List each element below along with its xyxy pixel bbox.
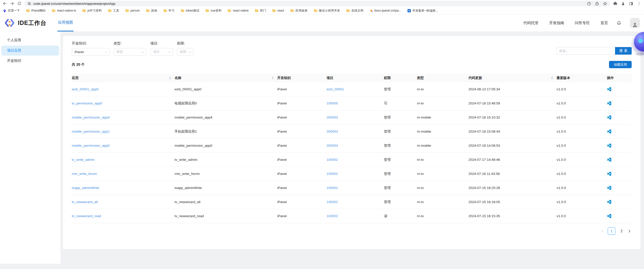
cell-link[interactable]: 100002 bbox=[326, 172, 338, 176]
bookmark-item[interactable]: 学习 bbox=[163, 9, 175, 13]
cell-link[interactable]: wzb_00001_app0 bbox=[72, 87, 99, 91]
cell-app: tv_newwizard_read bbox=[72, 209, 175, 223]
cell-link[interactable]: tv_permission_app0 bbox=[72, 101, 102, 105]
cell-link[interactable]: 300003 bbox=[326, 130, 338, 133]
bookmark-label: 开发集群--终端接... bbox=[412, 9, 438, 13]
column-header-updated[interactable]: 代码更新 bbox=[468, 74, 557, 82]
vscode-icon[interactable] bbox=[607, 200, 611, 204]
bookmark-item[interactable]: iPanel网站 bbox=[26, 9, 46, 13]
bookmark-item[interactable]: react-native bbox=[228, 9, 249, 12]
page-button-2[interactable]: 2 bbox=[619, 227, 624, 235]
nav-link-3[interactable]: 首页 bbox=[600, 21, 608, 25]
vscode-icon[interactable] bbox=[607, 143, 611, 148]
bookmark-item[interactable]: 应用改造 bbox=[290, 9, 308, 13]
cell-link[interactable]: wzb_00001 bbox=[326, 87, 344, 91]
filter-select-3[interactable]: 权限 bbox=[177, 48, 193, 56]
sidebar-item-0[interactable]: 个人应用 bbox=[1, 35, 59, 45]
sort-icon[interactable] bbox=[169, 76, 171, 80]
url-bar[interactable]: code.ipanel.cn/user/view/workbench/appvi… bbox=[24, 1, 610, 6]
nav-link-1[interactable]: 开发指南 bbox=[549, 21, 564, 25]
cell-link[interactable]: 100002 bbox=[326, 158, 338, 162]
vscode-icon[interactable] bbox=[607, 115, 611, 120]
back-icon[interactable] bbox=[2, 1, 7, 6]
bookmark-item[interactable]: person bbox=[125, 9, 140, 12]
vscode-icon[interactable] bbox=[607, 158, 611, 162]
vscode-icon[interactable] bbox=[607, 129, 611, 134]
cell-version: v1.0.0 bbox=[557, 110, 607, 125]
forward-icon[interactable] bbox=[10, 1, 15, 6]
bookmark-item[interactable]: 在线文档 bbox=[346, 9, 363, 13]
nav-link-0[interactable]: 代码托管 bbox=[523, 21, 538, 25]
avatar[interactable] bbox=[630, 18, 640, 28]
vscode-icon[interactable] bbox=[607, 87, 611, 91]
vscode-icon[interactable] bbox=[607, 172, 611, 176]
browser-menu-icon[interactable] bbox=[637, 2, 641, 6]
bookmark-item[interactable]: 部门 bbox=[255, 9, 266, 13]
bookmark-item[interactable]: 其他 bbox=[146, 9, 157, 13]
cell-project: 300003 bbox=[326, 110, 384, 125]
tab-app-view[interactable]: 应用视图 bbox=[57, 14, 74, 31]
bookmark-item[interactable]: 开发集群--终端接... bbox=[408, 9, 438, 13]
cell-text: v1.0.0 bbox=[557, 186, 566, 190]
filter-select-0[interactable]: iPanel bbox=[72, 48, 110, 56]
cell-link[interactable]: 300003 bbox=[326, 144, 338, 147]
cell-text: v1.0.0 bbox=[557, 200, 566, 204]
bookmark-item[interactable]: token测试 bbox=[181, 9, 199, 13]
vscode-icon[interactable] bbox=[607, 186, 611, 190]
refresh-icon[interactable] bbox=[17, 1, 22, 6]
cell-link[interactable]: mobile_permission_app4 bbox=[72, 116, 110, 119]
cell-link[interactable]: mobile_permission_app0 bbox=[72, 144, 110, 147]
cell-link[interactable]: tv_newwizard_all bbox=[72, 200, 98, 204]
cell-text: iPanel bbox=[277, 144, 287, 147]
bookmark-item[interactable]: boss.ipanel.cn/ipa... bbox=[370, 9, 401, 12]
nav-link-2[interactable]: 问答专区 bbox=[575, 21, 590, 25]
cell-org: iPanel bbox=[277, 96, 327, 110]
content-card: 开发组织:iPanel类型:类型项目:项目权限:权限 搜 索 共 20 个 创建… bbox=[63, 36, 640, 249]
cell-link[interactable]: 100002 bbox=[326, 214, 338, 218]
vscode-icon[interactable] bbox=[607, 214, 611, 218]
bookmark-star-icon[interactable] bbox=[603, 2, 607, 6]
app-logo[interactable]: IDE工作台 bbox=[5, 18, 46, 27]
search-input[interactable] bbox=[556, 47, 615, 55]
bookmark-item[interactable]: 微信小程序开发 bbox=[314, 9, 340, 13]
create-app-button[interactable]: 创建应用 bbox=[609, 61, 632, 68]
cell-link[interactable]: 300003 bbox=[326, 116, 338, 119]
cell-link[interactable]: tv_write_admin bbox=[72, 158, 95, 162]
flask-icon[interactable] bbox=[621, 2, 625, 6]
column-header-name[interactable]: 名称 bbox=[175, 74, 277, 82]
bell-icon[interactable] bbox=[617, 21, 621, 25]
column-label: 项目 bbox=[326, 76, 333, 80]
bookmark-item[interactable]: vue资料 bbox=[206, 9, 221, 13]
cell-link[interactable]: rntv_write_forzm bbox=[72, 172, 97, 176]
column-header-org: 开发组织 bbox=[277, 74, 327, 82]
next-page-icon[interactable] bbox=[628, 229, 631, 233]
site-info-icon[interactable] bbox=[27, 2, 31, 6]
bookmark-item[interactable]: react-native-tv bbox=[52, 9, 76, 12]
sidebar-item-2[interactable]: 开发组织 bbox=[1, 56, 59, 66]
cell-link[interactable]: 100002 bbox=[326, 186, 338, 190]
column-header-app[interactable]: 应用 bbox=[72, 74, 175, 82]
speed-test-icon[interactable] bbox=[587, 2, 591, 6]
page-button-1[interactable]: 1 bbox=[608, 227, 615, 235]
share-icon[interactable] bbox=[595, 2, 599, 6]
vscode-icon[interactable] bbox=[607, 101, 611, 105]
bookmark-item[interactable]: 工具 bbox=[108, 9, 119, 13]
sort-icon[interactable] bbox=[551, 76, 553, 80]
cell-link[interactable]: mobile_permission_app2 bbox=[72, 130, 110, 133]
cell-link[interactable]: tv_newwizard_read bbox=[72, 214, 101, 218]
cell-link[interactable]: tvapp_adminWrite bbox=[72, 186, 99, 190]
side-panel-icon[interactable] bbox=[629, 2, 633, 6]
sidebar-item-1[interactable]: 项目应用 bbox=[1, 46, 59, 56]
bookmark-item[interactable]: js学习资料 bbox=[82, 9, 102, 13]
search-button[interactable]: 搜 索 bbox=[615, 47, 632, 55]
cell-type: rn-tv bbox=[417, 96, 468, 110]
bookmark-item[interactable]: react bbox=[272, 9, 284, 12]
sort-icon[interactable] bbox=[272, 76, 274, 80]
filter-select-1[interactable]: 类型 bbox=[114, 48, 146, 56]
bookmark-item[interactable]: 百度一下 bbox=[3, 9, 20, 13]
extensions-icon[interactable] bbox=[613, 2, 617, 6]
cell-link[interactable]: 100005 bbox=[326, 101, 338, 105]
cell-link[interactable]: 100002 bbox=[326, 200, 338, 204]
filter-select-2[interactable]: 项目 bbox=[150, 48, 173, 56]
cell-app: mobile_permission_app2 bbox=[72, 125, 175, 139]
